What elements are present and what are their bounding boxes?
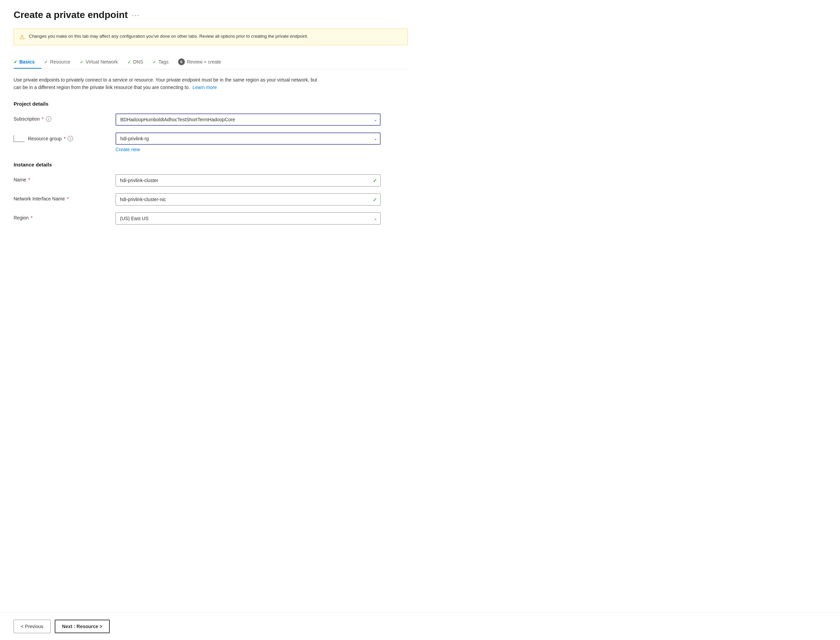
tree-connector-icon [14, 135, 24, 142]
name-input-wrapper: ✓ [115, 174, 381, 187]
basics-check-icon: ✓ [14, 59, 17, 64]
region-row: Region * (US) East US ⌄ [14, 212, 408, 224]
resource-check-icon: ✓ [44, 59, 48, 64]
page-title: Create a private endpoint [14, 10, 128, 21]
tab-virtual-network[interactable]: ✓ Virtual Network [80, 56, 125, 69]
subscription-control: BDHadoopHumboldtAdhocTestShortTermHadoop… [115, 114, 381, 126]
subscription-info-icon[interactable]: i [46, 116, 51, 122]
virtual-network-check-icon: ✓ [80, 59, 83, 64]
region-label: Region [14, 215, 29, 221]
resource-group-info-icon[interactable]: i [67, 136, 73, 141]
warning-text: Changes you make on this tab may affect … [29, 33, 308, 40]
subscription-label-col: Subscription * i [14, 114, 109, 122]
name-label-col: Name * [14, 174, 109, 182]
instance-details-section: Instance details Name * ✓ Network Interf… [14, 162, 408, 224]
subscription-select[interactable]: BDHadoopHumboldtAdhocTestShortTermHadoop… [115, 114, 381, 126]
tab-dns-label: DNS [133, 59, 143, 64]
tab-review-create[interactable]: 6 Review + create [178, 55, 228, 69]
previous-button-label: < Previous [21, 624, 43, 629]
tab-basics[interactable]: ✓ Basics [14, 56, 42, 69]
region-label-col: Region * [14, 212, 109, 221]
subscription-label: Subscription [14, 116, 40, 122]
ellipsis-menu-button[interactable]: ··· [132, 11, 139, 19]
network-interface-name-input[interactable] [115, 193, 381, 205]
resource-group-select-wrapper: hdi-privlink-rg ⌄ [115, 133, 381, 145]
network-interface-name-label-col: Network Interface Name * [14, 193, 109, 202]
instance-details-header: Instance details [14, 162, 408, 168]
resource-group-select[interactable]: hdi-privlink-rg [115, 133, 381, 145]
region-control: (US) East US ⌄ [115, 212, 381, 224]
tab-basics-label: Basics [19, 59, 35, 64]
resource-group-row: Resource group * i hdi-privlink-rg ⌄ Cre… [14, 133, 408, 152]
learn-more-link[interactable]: Learn more [193, 85, 217, 90]
network-interface-name-check-icon: ✓ [373, 196, 377, 202]
name-required-star: * [28, 177, 30, 182]
tab-tags[interactable]: ✓ Tags [152, 56, 175, 69]
tab-resource-label: Resource [50, 59, 71, 64]
resource-group-control: hdi-privlink-rg ⌄ Create new [115, 133, 381, 152]
next-button-label: Next : Resource > [62, 624, 103, 629]
tab-tags-label: Tags [158, 59, 168, 64]
subscription-select-wrapper: BDHadoopHumboldtAdhocTestShortTermHadoop… [115, 114, 381, 126]
dns-check-icon: ✓ [127, 59, 131, 64]
tab-dns[interactable]: ✓ DNS [127, 56, 150, 69]
footer-bar: < Previous Next : Resource > [0, 613, 840, 640]
previous-button[interactable]: < Previous [14, 619, 51, 633]
name-control: ✓ [115, 174, 381, 187]
create-new-link[interactable]: Create new [115, 147, 140, 152]
description-text: Use private endpoints to privately conne… [14, 76, 319, 91]
network-interface-name-input-wrapper: ✓ [115, 193, 381, 205]
network-interface-name-row: Network Interface Name * ✓ [14, 193, 408, 205]
next-button[interactable]: Next : Resource > [55, 619, 110, 633]
region-select[interactable]: (US) East US [115, 212, 381, 224]
project-details-section: Project details Subscription * i BDHadoo… [14, 101, 408, 152]
name-row: Name * ✓ [14, 174, 408, 187]
name-check-icon: ✓ [373, 177, 377, 184]
network-interface-name-label: Network Interface Name [14, 196, 65, 202]
tags-check-icon: ✓ [152, 59, 156, 64]
resource-group-label: Resource group [28, 136, 62, 141]
resource-group-label-col: Resource group * i [14, 133, 109, 142]
warning-icon: ⚠ [19, 33, 25, 41]
tab-resource[interactable]: ✓ Resource [44, 56, 77, 69]
network-interface-name-required-star: * [67, 196, 69, 202]
subscription-row: Subscription * i BDHadoopHumboldtAdhocTe… [14, 114, 408, 126]
subscription-required-star: * [42, 116, 43, 122]
name-input[interactable] [115, 174, 381, 187]
network-interface-name-control: ✓ [115, 193, 381, 205]
region-required-star: * [30, 215, 32, 221]
tab-review-create-label: Review + create [187, 59, 221, 64]
review-create-badge: 6 [178, 58, 185, 65]
name-label: Name [14, 177, 26, 182]
resource-group-required-star: * [64, 136, 66, 141]
warning-banner: ⚠ Changes you make on this tab may affec… [14, 29, 408, 45]
project-details-header: Project details [14, 101, 408, 107]
tab-virtual-network-label: Virtual Network [86, 59, 118, 64]
tabs-row: ✓ Basics ✓ Resource ✓ Virtual Network ✓ … [14, 55, 408, 69]
region-select-wrapper: (US) East US ⌄ [115, 212, 381, 224]
